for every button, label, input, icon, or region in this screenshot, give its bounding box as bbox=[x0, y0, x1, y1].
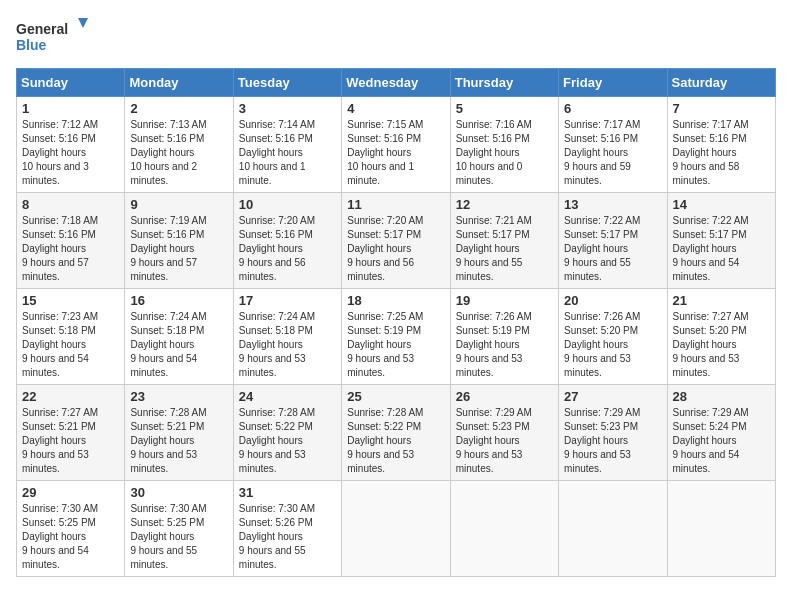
day-number: 5 bbox=[456, 101, 553, 116]
day-info: Sunrise: 7:27 AM Sunset: 5:21 PM Dayligh… bbox=[22, 406, 119, 476]
day-info: Sunrise: 7:18 AM Sunset: 5:16 PM Dayligh… bbox=[22, 214, 119, 284]
day-of-week-header: Tuesday bbox=[233, 69, 341, 97]
day-number: 1 bbox=[22, 101, 119, 116]
svg-marker-2 bbox=[78, 18, 88, 28]
calendar-table: SundayMondayTuesdayWednesdayThursdayFrid… bbox=[16, 68, 776, 577]
calendar-week-row: 8 Sunrise: 7:18 AM Sunset: 5:16 PM Dayli… bbox=[17, 193, 776, 289]
day-number: 13 bbox=[564, 197, 661, 212]
calendar-day-cell: 21 Sunrise: 7:27 AM Sunset: 5:20 PM Dayl… bbox=[667, 289, 775, 385]
calendar-day-cell: 5 Sunrise: 7:16 AM Sunset: 5:16 PM Dayli… bbox=[450, 97, 558, 193]
day-number: 9 bbox=[130, 197, 227, 212]
day-info: Sunrise: 7:25 AM Sunset: 5:19 PM Dayligh… bbox=[347, 310, 444, 380]
day-info: Sunrise: 7:19 AM Sunset: 5:16 PM Dayligh… bbox=[130, 214, 227, 284]
day-info: Sunrise: 7:14 AM Sunset: 5:16 PM Dayligh… bbox=[239, 118, 336, 188]
day-number: 7 bbox=[673, 101, 770, 116]
day-number: 20 bbox=[564, 293, 661, 308]
day-number: 29 bbox=[22, 485, 119, 500]
day-info: Sunrise: 7:17 AM Sunset: 5:16 PM Dayligh… bbox=[673, 118, 770, 188]
day-info: Sunrise: 7:30 AM Sunset: 5:25 PM Dayligh… bbox=[130, 502, 227, 572]
calendar-day-cell bbox=[667, 481, 775, 577]
day-number: 22 bbox=[22, 389, 119, 404]
logo-svg: General Blue bbox=[16, 16, 96, 56]
calendar-day-cell: 11 Sunrise: 7:20 AM Sunset: 5:17 PM Dayl… bbox=[342, 193, 450, 289]
calendar-day-cell: 31 Sunrise: 7:30 AM Sunset: 5:26 PM Dayl… bbox=[233, 481, 341, 577]
calendar-day-cell: 14 Sunrise: 7:22 AM Sunset: 5:17 PM Dayl… bbox=[667, 193, 775, 289]
day-info: Sunrise: 7:23 AM Sunset: 5:18 PM Dayligh… bbox=[22, 310, 119, 380]
calendar-day-cell: 18 Sunrise: 7:25 AM Sunset: 5:19 PM Dayl… bbox=[342, 289, 450, 385]
calendar-day-cell: 23 Sunrise: 7:28 AM Sunset: 5:21 PM Dayl… bbox=[125, 385, 233, 481]
day-number: 12 bbox=[456, 197, 553, 212]
day-of-week-header: Friday bbox=[559, 69, 667, 97]
calendar-day-cell: 10 Sunrise: 7:20 AM Sunset: 5:16 PM Dayl… bbox=[233, 193, 341, 289]
day-number: 6 bbox=[564, 101, 661, 116]
day-of-week-header: Sunday bbox=[17, 69, 125, 97]
day-info: Sunrise: 7:12 AM Sunset: 5:16 PM Dayligh… bbox=[22, 118, 119, 188]
calendar-day-cell bbox=[559, 481, 667, 577]
calendar-day-cell: 7 Sunrise: 7:17 AM Sunset: 5:16 PM Dayli… bbox=[667, 97, 775, 193]
day-info: Sunrise: 7:27 AM Sunset: 5:20 PM Dayligh… bbox=[673, 310, 770, 380]
calendar-day-cell: 29 Sunrise: 7:30 AM Sunset: 5:25 PM Dayl… bbox=[17, 481, 125, 577]
calendar-day-cell: 22 Sunrise: 7:27 AM Sunset: 5:21 PM Dayl… bbox=[17, 385, 125, 481]
day-info: Sunrise: 7:24 AM Sunset: 5:18 PM Dayligh… bbox=[239, 310, 336, 380]
calendar-day-cell: 24 Sunrise: 7:28 AM Sunset: 5:22 PM Dayl… bbox=[233, 385, 341, 481]
day-info: Sunrise: 7:29 AM Sunset: 5:23 PM Dayligh… bbox=[456, 406, 553, 476]
day-info: Sunrise: 7:24 AM Sunset: 5:18 PM Dayligh… bbox=[130, 310, 227, 380]
calendar-day-cell: 17 Sunrise: 7:24 AM Sunset: 5:18 PM Dayl… bbox=[233, 289, 341, 385]
day-info: Sunrise: 7:20 AM Sunset: 5:16 PM Dayligh… bbox=[239, 214, 336, 284]
calendar-day-cell: 25 Sunrise: 7:28 AM Sunset: 5:22 PM Dayl… bbox=[342, 385, 450, 481]
day-info: Sunrise: 7:28 AM Sunset: 5:21 PM Dayligh… bbox=[130, 406, 227, 476]
day-of-week-header: Thursday bbox=[450, 69, 558, 97]
calendar-day-cell bbox=[342, 481, 450, 577]
day-info: Sunrise: 7:29 AM Sunset: 5:23 PM Dayligh… bbox=[564, 406, 661, 476]
day-number: 3 bbox=[239, 101, 336, 116]
calendar-day-cell: 1 Sunrise: 7:12 AM Sunset: 5:16 PM Dayli… bbox=[17, 97, 125, 193]
day-number: 4 bbox=[347, 101, 444, 116]
day-of-week-header: Monday bbox=[125, 69, 233, 97]
calendar-week-row: 1 Sunrise: 7:12 AM Sunset: 5:16 PM Dayli… bbox=[17, 97, 776, 193]
day-info: Sunrise: 7:22 AM Sunset: 5:17 PM Dayligh… bbox=[564, 214, 661, 284]
calendar-day-cell: 9 Sunrise: 7:19 AM Sunset: 5:16 PM Dayli… bbox=[125, 193, 233, 289]
day-info: Sunrise: 7:16 AM Sunset: 5:16 PM Dayligh… bbox=[456, 118, 553, 188]
day-info: Sunrise: 7:29 AM Sunset: 5:24 PM Dayligh… bbox=[673, 406, 770, 476]
calendar-day-cell: 16 Sunrise: 7:24 AM Sunset: 5:18 PM Dayl… bbox=[125, 289, 233, 385]
day-of-week-header: Wednesday bbox=[342, 69, 450, 97]
logo: General Blue bbox=[16, 16, 96, 56]
day-info: Sunrise: 7:26 AM Sunset: 5:19 PM Dayligh… bbox=[456, 310, 553, 380]
day-info: Sunrise: 7:22 AM Sunset: 5:17 PM Dayligh… bbox=[673, 214, 770, 284]
day-info: Sunrise: 7:13 AM Sunset: 5:16 PM Dayligh… bbox=[130, 118, 227, 188]
calendar-day-cell: 27 Sunrise: 7:29 AM Sunset: 5:23 PM Dayl… bbox=[559, 385, 667, 481]
day-info: Sunrise: 7:28 AM Sunset: 5:22 PM Dayligh… bbox=[239, 406, 336, 476]
calendar-day-cell: 26 Sunrise: 7:29 AM Sunset: 5:23 PM Dayl… bbox=[450, 385, 558, 481]
day-info: Sunrise: 7:17 AM Sunset: 5:16 PM Dayligh… bbox=[564, 118, 661, 188]
day-number: 14 bbox=[673, 197, 770, 212]
calendar-day-cell: 4 Sunrise: 7:15 AM Sunset: 5:16 PM Dayli… bbox=[342, 97, 450, 193]
day-number: 18 bbox=[347, 293, 444, 308]
calendar-day-cell: 2 Sunrise: 7:13 AM Sunset: 5:16 PM Dayli… bbox=[125, 97, 233, 193]
day-number: 19 bbox=[456, 293, 553, 308]
day-number: 17 bbox=[239, 293, 336, 308]
day-info: Sunrise: 7:20 AM Sunset: 5:17 PM Dayligh… bbox=[347, 214, 444, 284]
day-number: 31 bbox=[239, 485, 336, 500]
day-info: Sunrise: 7:21 AM Sunset: 5:17 PM Dayligh… bbox=[456, 214, 553, 284]
day-info: Sunrise: 7:28 AM Sunset: 5:22 PM Dayligh… bbox=[347, 406, 444, 476]
svg-text:Blue: Blue bbox=[16, 37, 47, 53]
day-info: Sunrise: 7:30 AM Sunset: 5:26 PM Dayligh… bbox=[239, 502, 336, 572]
day-number: 23 bbox=[130, 389, 227, 404]
calendar-day-cell: 30 Sunrise: 7:30 AM Sunset: 5:25 PM Dayl… bbox=[125, 481, 233, 577]
calendar-day-cell: 13 Sunrise: 7:22 AM Sunset: 5:17 PM Dayl… bbox=[559, 193, 667, 289]
day-number: 30 bbox=[130, 485, 227, 500]
day-number: 15 bbox=[22, 293, 119, 308]
calendar-week-row: 29 Sunrise: 7:30 AM Sunset: 5:25 PM Dayl… bbox=[17, 481, 776, 577]
calendar-day-cell: 28 Sunrise: 7:29 AM Sunset: 5:24 PM Dayl… bbox=[667, 385, 775, 481]
calendar-day-cell: 3 Sunrise: 7:14 AM Sunset: 5:16 PM Dayli… bbox=[233, 97, 341, 193]
day-number: 11 bbox=[347, 197, 444, 212]
day-number: 8 bbox=[22, 197, 119, 212]
day-info: Sunrise: 7:15 AM Sunset: 5:16 PM Dayligh… bbox=[347, 118, 444, 188]
calendar-week-row: 15 Sunrise: 7:23 AM Sunset: 5:18 PM Dayl… bbox=[17, 289, 776, 385]
calendar-week-row: 22 Sunrise: 7:27 AM Sunset: 5:21 PM Dayl… bbox=[17, 385, 776, 481]
svg-text:General: General bbox=[16, 21, 68, 37]
header: General Blue bbox=[16, 16, 776, 56]
day-of-week-header: Saturday bbox=[667, 69, 775, 97]
calendar-day-cell: 19 Sunrise: 7:26 AM Sunset: 5:19 PM Dayl… bbox=[450, 289, 558, 385]
calendar-day-cell: 8 Sunrise: 7:18 AM Sunset: 5:16 PM Dayli… bbox=[17, 193, 125, 289]
